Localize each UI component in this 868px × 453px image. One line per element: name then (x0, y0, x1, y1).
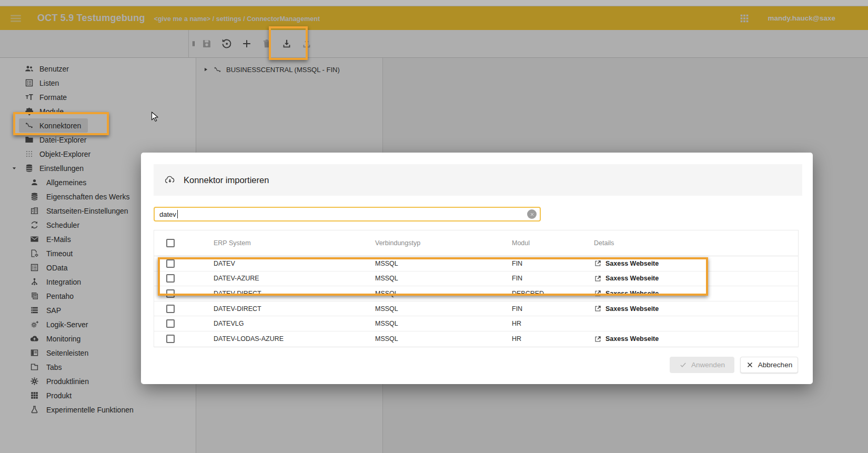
external-link-icon (594, 335, 602, 343)
cell-erp-system: DATEVLG (214, 320, 375, 327)
close-icon (530, 212, 534, 217)
cell-details: Saxess Webseite (594, 259, 798, 267)
connector-table: ERP SystemVerbindungstypModulDetailsDATE… (154, 230, 799, 347)
cancel-button-label: Abbrechen (758, 361, 792, 369)
cell-modul: FIN (512, 275, 594, 282)
table-row-datevlg-hr[interactable]: DATEVLGMSSQLHR (154, 316, 798, 331)
cell-details: Saxess Webseite (594, 305, 798, 313)
details-link[interactable]: Saxess Webseite (605, 305, 659, 313)
table-row-datev-azure-fin[interactable]: DATEV-AZUREMSSQLFINSaxess Webseite (154, 271, 798, 287)
search-input[interactable] (155, 208, 540, 220)
column-header-erp-system: ERP System (214, 239, 375, 247)
check-icon (679, 361, 687, 369)
details-link[interactable]: Saxess Webseite (605, 275, 659, 282)
cell-details: Saxess Webseite (594, 335, 798, 343)
details-link[interactable]: Saxess Webseite (605, 260, 659, 267)
row-checkbox[interactable] (166, 335, 175, 343)
external-link-icon (594, 305, 602, 313)
dialog-header: Konnektor importieren (154, 164, 802, 196)
close-icon (746, 361, 754, 369)
app-window: OCT 5.9 Testumgebung <give me a name> / … (0, 0, 868, 453)
row-checkbox[interactable] (166, 319, 175, 328)
import-connector-dialog: Konnektor importieren ERP SystemVerbindu… (141, 153, 813, 384)
cell-details: Saxess Webseite (594, 275, 798, 283)
cell-verbindungstyp: MSSQL (375, 275, 512, 282)
row-checkbox[interactable] (166, 259, 175, 268)
cell-details: Saxess Webseite (594, 289, 798, 297)
dialog-title: Konnektor importieren (184, 175, 269, 185)
cell-modul: DEBCRED (512, 290, 594, 297)
cell-verbindungstyp: MSSQL (375, 260, 512, 267)
cell-erp-system: DATEV (214, 260, 375, 267)
search-field (154, 207, 541, 222)
cell-modul: HR (512, 335, 594, 343)
row-checkbox[interactable] (166, 274, 175, 283)
external-link-icon (594, 289, 602, 297)
details-link[interactable]: Saxess Webseite (605, 335, 659, 343)
column-header-verbindungstyp: Verbindungstyp (375, 239, 512, 247)
external-link-icon (594, 275, 602, 283)
table-row-datev-lodas-azure-hr[interactable]: DATEV-LODAS-AZUREMSSQLHRSaxess Webseite (154, 331, 798, 347)
text-caret (177, 210, 178, 218)
row-checkbox[interactable] (166, 305, 175, 313)
cancel-button[interactable]: Abbrechen (740, 357, 798, 373)
cell-modul: FIN (512, 305, 594, 313)
apply-button-label: Anwenden (691, 361, 725, 369)
external-link-icon (594, 259, 602, 267)
details-link[interactable]: Saxess Webseite (605, 290, 659, 297)
apply-button[interactable]: Anwenden (670, 357, 734, 373)
table-header-row: ERP SystemVerbindungstypModulDetails (154, 230, 798, 256)
table-row-datev-direct-debcred[interactable]: DATEV-DIRECTMSSQLDEBCREDSaxess Webseite (154, 286, 798, 301)
cell-modul: HR (512, 320, 594, 327)
cell-modul: FIN (512, 260, 594, 267)
cell-erp-system: DATEV-DIRECT (214, 290, 375, 297)
select-all-checkbox[interactable] (166, 239, 175, 247)
clear-search-button[interactable] (527, 209, 537, 219)
cell-verbindungstyp: MSSQL (375, 335, 512, 343)
column-header-details: Details (594, 239, 798, 247)
cell-verbindungstyp: MSSQL (375, 290, 512, 297)
row-checkbox[interactable] (166, 289, 175, 298)
cell-erp-system: DATEV-AZURE (214, 275, 375, 282)
column-header-modul: Modul (512, 239, 594, 247)
cell-erp-system: DATEV-LODAS-AZURE (214, 335, 375, 343)
table-row-datev-fin[interactable]: DATEVMSSQLFINSaxess Webseite (154, 256, 798, 271)
cell-verbindungstyp: MSSQL (375, 305, 512, 313)
cloud-import-icon (164, 174, 176, 186)
cell-verbindungstyp: MSSQL (375, 320, 512, 327)
cell-erp-system: DATEV-DIRECT (214, 305, 375, 313)
table-row-datev-direct-fin[interactable]: DATEV-DIRECTMSSQLFINSaxess Webseite (154, 301, 798, 317)
